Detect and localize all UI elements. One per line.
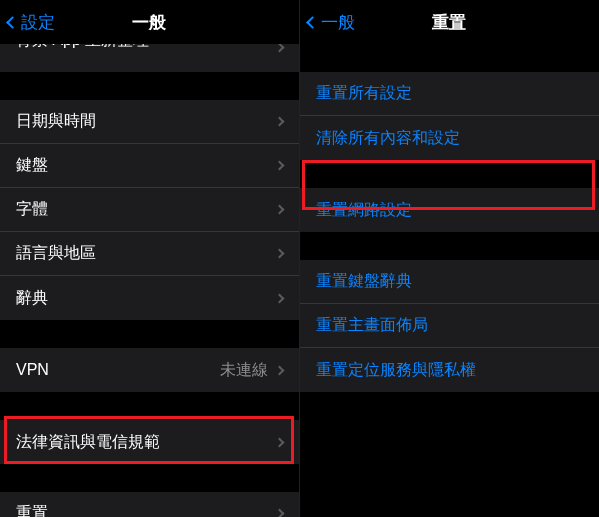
- general-settings-panel: 設定 一般 背景 App 重新整理 日期與時間 鍵盤 字體 語言與地區 辭典: [0, 0, 300, 517]
- chevron-right-icon: [274, 44, 284, 52]
- page-title: 重置: [432, 11, 466, 34]
- back-label: 設定: [21, 11, 55, 34]
- row-label: 重置主畫面佈局: [316, 315, 584, 336]
- row-language-region[interactable]: 語言與地區: [0, 232, 299, 276]
- row-reset-home-layout[interactable]: 重置主畫面佈局: [300, 304, 600, 348]
- row-erase-all[interactable]: 清除所有內容和設定: [300, 116, 600, 160]
- row-reset-network[interactable]: 重置網路設定: [300, 188, 600, 232]
- row-dictionary[interactable]: 辭典: [0, 276, 299, 320]
- row-reset-location-privacy[interactable]: 重置定位服務與隱私權: [300, 348, 600, 392]
- group-partial: 背景 App 重新整理: [0, 44, 299, 72]
- group-legal: 法律資訊與電信規範: [0, 420, 299, 464]
- row-keyboard[interactable]: 鍵盤: [0, 144, 299, 188]
- group-vpn: VPN 未連線: [0, 348, 299, 392]
- row-label: 法律資訊與電信規範: [16, 432, 276, 453]
- row-label: 日期與時間: [16, 111, 276, 132]
- row-vpn[interactable]: VPN 未連線: [0, 348, 299, 392]
- group-reset-all: 重置所有設定 清除所有內容和設定: [300, 72, 600, 160]
- header: 設定 一般: [0, 0, 299, 44]
- back-label: 一般: [321, 11, 355, 34]
- chevron-right-icon: [274, 293, 284, 303]
- chevron-right-icon: [274, 161, 284, 171]
- row-reset-keyboard-dict[interactable]: 重置鍵盤辭典: [300, 260, 600, 304]
- row-date-time[interactable]: 日期與時間: [0, 100, 299, 144]
- group-reset-other: 重置鍵盤辭典 重置主畫面佈局 重置定位服務與隱私權: [300, 260, 600, 392]
- chevron-left-icon: [6, 16, 19, 29]
- row-reset-all-settings[interactable]: 重置所有設定: [300, 72, 600, 116]
- row-legal[interactable]: 法律資訊與電信規範: [0, 420, 299, 464]
- row-reset[interactable]: 重置: [0, 492, 299, 517]
- row-label: 鍵盤: [16, 155, 276, 176]
- row-label: 重置定位服務與隱私權: [316, 360, 584, 381]
- chevron-right-icon: [274, 509, 284, 517]
- chevron-right-icon: [274, 365, 284, 375]
- row-label: 辭典: [16, 288, 276, 309]
- row-label: 重置所有設定: [316, 83, 584, 104]
- row-label: 字體: [16, 199, 276, 220]
- chevron-right-icon: [274, 117, 284, 127]
- row-label: 重置鍵盤辭典: [316, 271, 584, 292]
- row-detail: 未連線: [220, 360, 268, 381]
- row-label: VPN: [16, 361, 220, 379]
- row-label: 語言與地區: [16, 243, 276, 264]
- reset-panel: 一般 重置 重置所有設定 清除所有內容和設定 重置網路設定 重置鍵盤辭典 重置主…: [300, 0, 600, 517]
- chevron-right-icon: [274, 437, 284, 447]
- row-fonts[interactable]: 字體: [0, 188, 299, 232]
- back-button[interactable]: 一般: [308, 11, 355, 34]
- row-background-refresh[interactable]: 背景 App 重新整理: [0, 44, 299, 72]
- group-reset-network: 重置網路設定: [300, 188, 600, 232]
- chevron-left-icon: [306, 16, 319, 29]
- row-label: 清除所有內容和設定: [316, 128, 584, 149]
- row-label: 背景 App 重新整理: [16, 44, 276, 51]
- row-label: 重置網路設定: [316, 200, 584, 221]
- group-reset: 重置 關機: [0, 492, 299, 517]
- back-button[interactable]: 設定: [8, 11, 55, 34]
- chevron-right-icon: [274, 249, 284, 259]
- row-label: 重置: [16, 503, 276, 517]
- chevron-right-icon: [274, 205, 284, 215]
- page-title: 一般: [132, 11, 166, 34]
- header: 一般 重置: [300, 0, 600, 44]
- group-system: 日期與時間 鍵盤 字體 語言與地區 辭典: [0, 100, 299, 320]
